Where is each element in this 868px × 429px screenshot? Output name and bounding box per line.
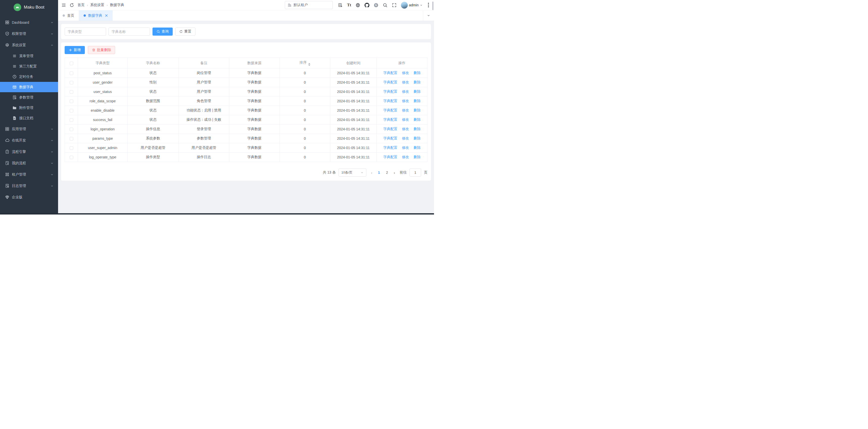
next-page-button[interactable]: › (392, 171, 397, 175)
translate-icon[interactable] (338, 3, 343, 7)
user-menu[interactable]: admin (401, 2, 423, 8)
breadcrumb-home[interactable]: 首页 (78, 3, 85, 7)
chevron-down-icon (51, 150, 54, 153)
tab-data-dictionary[interactable]: 数据字典 (79, 10, 113, 21)
edit-link[interactable]: 修改 (402, 127, 409, 131)
delete-link[interactable]: 删除 (413, 145, 421, 149)
dict-config-link[interactable]: 字典配置 (383, 71, 397, 75)
query-button[interactable]: 查询 (153, 28, 173, 36)
sidebar-item-workflow-engine[interactable]: 流程引擎 (0, 146, 58, 158)
globe-icon[interactable] (355, 3, 360, 7)
sidebar-item-tenant-management[interactable]: 租户管理 (0, 169, 58, 180)
delete-link[interactable]: 删除 (413, 80, 421, 84)
search-icon[interactable] (383, 3, 388, 7)
delete-link[interactable]: 删除 (413, 99, 421, 103)
row-checkbox[interactable] (70, 155, 73, 159)
row-checkbox[interactable] (70, 90, 73, 94)
sidebar-item-online-dev[interactable]: 在线开发 (0, 135, 58, 146)
select-all-checkbox[interactable] (70, 62, 73, 65)
edit-link[interactable]: 修改 (402, 71, 409, 75)
sidebar-item-app-management[interactable]: 应用管理 (0, 123, 58, 135)
close-tab-icon[interactable] (105, 14, 108, 17)
dict-type-input[interactable] (65, 28, 106, 36)
delete-link[interactable]: 删除 (413, 155, 421, 159)
dict-name-input[interactable] (108, 28, 150, 36)
sidebar-item-third-party-config[interactable]: 第三方配置 (0, 61, 58, 72)
row-checkbox[interactable] (70, 146, 73, 150)
dict-config-link[interactable]: 字典配置 (383, 99, 397, 103)
row-checkbox[interactable] (70, 81, 73, 84)
cell-create-time: 2024-01-05 14:31:11 (330, 115, 377, 124)
sidebar-item-dashboard[interactable]: Dashboard (0, 17, 58, 28)
dict-config-link[interactable]: 字典配置 (383, 136, 397, 140)
dict-config-link[interactable]: 字典配置 (383, 89, 397, 93)
dictionary-table: 字典类型 字典名称 备注 数据来源 排序 创建时间 操作 (65, 58, 428, 162)
dict-config-link[interactable]: 字典配置 (383, 80, 397, 84)
gitee-icon[interactable] (374, 3, 378, 7)
row-checkbox[interactable] (70, 72, 73, 75)
sidebar-item-data-dictionary[interactable]: 数据字典 (0, 82, 58, 92)
sidebar-item-api-docs[interactable]: 接口文档 (0, 113, 58, 123)
sidebar-item-menu-management[interactable]: 菜单管理 (0, 51, 58, 61)
scrollbar-thumb[interactable] (432, 1, 434, 10)
tab-home[interactable]: 首页 (58, 10, 79, 21)
row-checkbox[interactable] (70, 137, 73, 141)
page-button-2[interactable]: 2 (384, 169, 390, 176)
edit-link[interactable]: 修改 (402, 117, 409, 121)
edit-link[interactable]: 修改 (402, 145, 409, 149)
edit-link[interactable]: 修改 (402, 108, 409, 112)
tab-dot (63, 15, 65, 17)
collapse-sidebar-icon[interactable] (61, 3, 66, 7)
dict-config-link[interactable]: 字典配置 (383, 145, 397, 149)
delete-link[interactable]: 删除 (413, 136, 421, 140)
cell-dict-name: 系统参数 (127, 134, 179, 143)
breadcrumb-system-settings[interactable]: 系统设置 (90, 3, 104, 7)
row-checkbox[interactable] (70, 118, 73, 122)
dict-config-link[interactable]: 字典配置 (383, 108, 397, 112)
header-actions: 默认租户 Tt admin (285, 1, 430, 9)
fullscreen-icon[interactable] (392, 3, 397, 7)
row-checkbox[interactable] (70, 127, 73, 131)
sidebar-item-log-management[interactable]: 日志管理 (0, 180, 58, 192)
sort-carets-icon[interactable] (308, 63, 310, 66)
chevron-down-icon (427, 14, 430, 17)
add-button[interactable]: 新增 (65, 46, 85, 54)
row-checkbox[interactable] (70, 109, 73, 112)
page-button-1[interactable]: 1 (376, 169, 382, 176)
sidebar-item-system-settings[interactable]: 系统设置 (0, 39, 58, 51)
tenant-select[interactable]: 默认租户 (285, 1, 333, 9)
delete-link[interactable]: 删除 (413, 71, 421, 75)
edit-link[interactable]: 修改 (402, 136, 409, 140)
dict-config-link[interactable]: 字典配置 (383, 155, 397, 159)
cell-dict-type: success_fail (78, 115, 127, 124)
font-size-icon[interactable]: Tt (347, 3, 351, 7)
page-size-select[interactable]: 10条/页 (339, 169, 366, 177)
refresh-icon[interactable] (69, 3, 74, 7)
sidebar-item-enterprise[interactable]: 企业版 (0, 192, 58, 203)
sidebar-item-my-workflow[interactable]: 我的流程 (0, 158, 58, 169)
sidebar-item-params-management[interactable]: 参数管理 (0, 92, 58, 103)
reset-button[interactable]: 重置 (175, 28, 195, 36)
dict-config-link[interactable]: 字典配置 (383, 117, 397, 121)
sidebar-item-scheduled-tasks[interactable]: 定时任务 (0, 72, 58, 82)
app-logo[interactable]: Maku Boot (0, 0, 58, 15)
row-checkbox[interactable] (70, 99, 73, 103)
github-icon[interactable] (365, 3, 369, 7)
batch-delete-button[interactable]: 批量删除 (88, 46, 115, 54)
goto-page-input[interactable] (409, 169, 421, 177)
sidebar-item-permissions[interactable]: 权限管理 (0, 28, 58, 39)
sidebar-item-attachments[interactable]: 附件管理 (0, 103, 58, 113)
more-options-icon[interactable] (427, 2, 430, 8)
edit-link[interactable]: 修改 (402, 155, 409, 159)
col-sort[interactable]: 排序 (280, 58, 330, 68)
dict-config-link[interactable]: 字典配置 (383, 127, 397, 131)
tab-options-dropdown[interactable] (423, 10, 434, 21)
delete-link[interactable]: 删除 (413, 127, 421, 131)
edit-link[interactable]: 修改 (402, 80, 409, 84)
edit-link[interactable]: 修改 (402, 89, 409, 93)
delete-link[interactable]: 删除 (413, 108, 421, 112)
prev-page-button[interactable]: ‹ (369, 171, 374, 175)
edit-link[interactable]: 修改 (402, 99, 409, 103)
delete-link[interactable]: 删除 (413, 89, 421, 93)
delete-link[interactable]: 删除 (413, 117, 421, 121)
